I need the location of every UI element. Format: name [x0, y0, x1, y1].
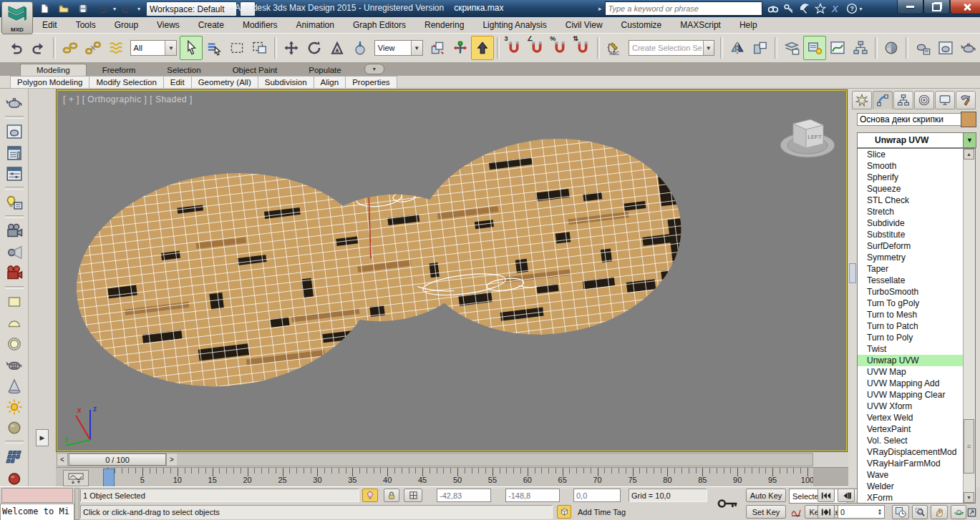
selection-lock-button[interactable] — [384, 489, 399, 502]
schematic-view-icon[interactable] — [849, 36, 872, 60]
y-coordinate-field[interactable]: -148,8 — [505, 489, 560, 502]
edit-named-selection-sets-icon[interactable]: { }ABC — [603, 36, 626, 60]
modifier-item-vertexpaint[interactable]: VertexPaint — [858, 423, 964, 435]
menu-create[interactable]: Create — [189, 18, 233, 32]
modifier-item-squeeze[interactable]: Squeeze — [858, 183, 964, 195]
dome-light-icon[interactable] — [4, 314, 24, 331]
tab-hierarchy[interactable] — [893, 91, 913, 109]
use-pivot-point-icon[interactable] — [426, 36, 449, 60]
menu-modifiers[interactable]: Modifiers — [233, 18, 287, 32]
ribbon-tab-modeling[interactable]: Modeling — [20, 64, 87, 76]
modifier-item-twist[interactable]: Twist — [858, 343, 964, 355]
workspace-dropdown[interactable]: Workspace: Default ▾ — [146, 1, 237, 16]
new-file-icon[interactable] — [36, 1, 53, 16]
exposure-control-dialog-icon[interactable] — [4, 165, 24, 182]
modifier-item-turn-to-patch[interactable]: Turn to Patch — [858, 320, 964, 332]
modifier-item-uvw-map[interactable]: UVW Map — [858, 366, 964, 378]
modifier-item-wave[interactable]: Wave — [858, 469, 964, 481]
tab-modify[interactable] — [873, 91, 893, 109]
unlink-selection-icon[interactable] — [82, 36, 105, 60]
menu-graph-editors[interactable]: Graph Editors — [344, 18, 415, 32]
current-frame-field[interactable]: 0 ▲▼ — [838, 505, 885, 519]
select-and-manipulate-icon[interactable] — [449, 36, 472, 60]
ribbon-panel-geometry-all-[interactable]: Geometry (All) — [191, 76, 258, 89]
rendered-frame-window-icon[interactable] — [934, 36, 957, 60]
previous-frame-button[interactable]: < — [57, 453, 68, 466]
time-configuration-button[interactable] — [892, 505, 909, 519]
menu-customize[interactable]: Customize — [612, 18, 671, 32]
scroll-up-button[interactable]: ▲ — [964, 149, 974, 160]
modifier-item-stl-check[interactable]: STL Check — [858, 195, 964, 206]
zoom-region-button[interactable] — [912, 505, 928, 519]
select-and-move-icon[interactable] — [280, 36, 303, 60]
add-time-tag[interactable]: Add Time Tag — [576, 505, 687, 519]
rendered-frame-window-icon[interactable] — [4, 123, 24, 140]
ribbon-tab-selection[interactable]: Selection — [151, 64, 216, 76]
viewcube-face-label[interactable]: LEFT — [807, 134, 822, 140]
track-bar[interactable]: 0510152025303540455055606570758085909510… — [56, 467, 813, 487]
ribbon-tab-freeform[interactable]: Freeform — [87, 64, 152, 76]
time-slider-thumb[interactable]: 0 / 100 — [69, 453, 166, 466]
modifier-item-uvw-mapping-clear[interactable]: UVW Mapping Clear — [858, 389, 964, 401]
sphere-icon[interactable] — [4, 419, 24, 436]
spinner-snap-icon[interactable]: ⇅ — [571, 36, 594, 60]
rectangular-selection-region-icon[interactable] — [225, 36, 248, 60]
modifier-item-spherify[interactable]: Spherify — [858, 172, 964, 183]
panel-scrollbar[interactable] — [848, 215, 856, 300]
open-file-icon[interactable] — [55, 1, 72, 16]
z-coordinate-field[interactable]: 0,0 — [573, 489, 621, 502]
chevron-down-icon[interactable]: ▾ — [137, 6, 140, 12]
manage-layers-icon[interactable] — [780, 36, 803, 60]
panel-array-icon[interactable] — [4, 448, 24, 465]
render-teapot-icon[interactable] — [4, 94, 24, 112]
absolute-offset-toggle[interactable] — [404, 489, 422, 502]
menu-views[interactable]: Views — [147, 18, 189, 32]
modifier-item-turbosmooth[interactable]: TurboSmooth — [858, 286, 964, 298]
panel-scroll-thumb[interactable] — [849, 263, 856, 283]
selection-filter-dropdown[interactable]: All▼ — [130, 40, 178, 56]
maxscript-mini-listener[interactable]: Welcome to Mi — [0, 504, 74, 520]
object-name-field[interactable] — [857, 113, 961, 126]
film-camera-icon[interactable] — [4, 222, 24, 240]
modifier-item-taper[interactable]: Taper — [858, 263, 964, 275]
disc-light-icon[interactable] — [4, 335, 24, 353]
close-button[interactable] — [950, 0, 980, 14]
save-file-icon[interactable] — [74, 1, 92, 16]
sun-icon[interactable] — [4, 398, 24, 416]
auto-key-button[interactable]: Auto Key — [746, 489, 786, 502]
help-icon[interactable]: ? — [844, 1, 860, 16]
snaps-toggle-3d-icon[interactable]: 3 — [503, 36, 525, 60]
modifier-item-vrayhairfarmmod[interactable]: VRayHairFarmMod — [858, 458, 964, 469]
rect-light-icon[interactable] — [4, 293, 24, 310]
select-and-scale-icon[interactable] — [326, 36, 349, 60]
ribbon-panel-edit[interactable]: Edit — [163, 76, 191, 89]
scroll-down-button[interactable]: ▼ — [964, 492, 974, 503]
ribbon-panel-properties[interactable]: Properties — [345, 76, 397, 89]
frame-spinner[interactable]: ▲▼ — [878, 509, 882, 516]
viewport[interactable]: [ + ] [ Orthographic ] [ Shaded ] — [57, 90, 847, 451]
modifier-item-symmetry[interactable]: Symmetry — [858, 252, 964, 263]
material-editor-icon[interactable] — [880, 36, 903, 60]
bind-to-space-warp-icon[interactable] — [105, 36, 127, 60]
pan-view-button[interactable] — [931, 505, 948, 519]
chevron-down-icon[interactable]: ▾ — [860, 6, 863, 12]
communication-center-icon[interactable] — [797, 1, 812, 16]
modifier-item-subdivide[interactable]: Subdivide — [858, 217, 964, 229]
menu-maxscript[interactable]: MAXScript — [671, 18, 730, 32]
set-key-button[interactable]: Set Key — [746, 505, 786, 519]
macro-recorder-field[interactable] — [1, 488, 73, 503]
undo-icon[interactable] — [94, 1, 111, 16]
scroll-thumb[interactable]: ≡ — [964, 419, 974, 474]
redo-icon[interactable] — [118, 1, 135, 16]
menu-group[interactable]: Group — [105, 18, 147, 32]
modifier-list-dropdown[interactable]: Unwrap UVW ▼ — [857, 132, 976, 148]
next-frame-button[interactable]: > — [166, 453, 177, 466]
listener-splitter[interactable] — [74, 488, 79, 520]
select-by-name-icon[interactable] — [203, 36, 225, 60]
toggle-scene-explorer-icon[interactable] — [803, 36, 826, 60]
light-lister-icon[interactable] — [4, 194, 24, 211]
video-camera-icon[interactable] — [4, 265, 24, 282]
chevron-down-icon[interactable]: ▾ — [113, 6, 116, 12]
ribbon-tab-object-paint[interactable]: Object Paint — [217, 64, 293, 76]
modifier-item-turn-to-poly[interactable]: Turn to Poly — [858, 332, 964, 343]
